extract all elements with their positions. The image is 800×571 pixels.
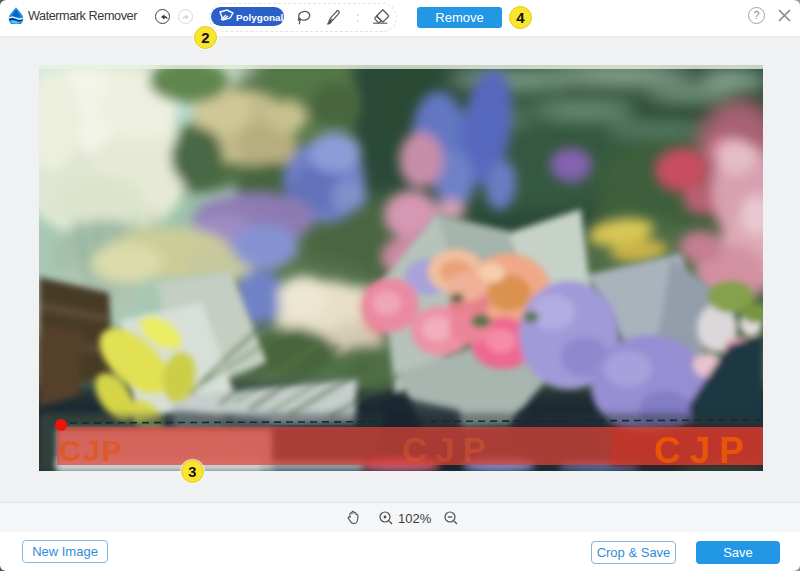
svg-text:CJP: CJP xyxy=(402,430,494,469)
svg-text:CJP: CJP xyxy=(59,434,123,467)
svg-text:CJP: CJP xyxy=(654,430,753,471)
